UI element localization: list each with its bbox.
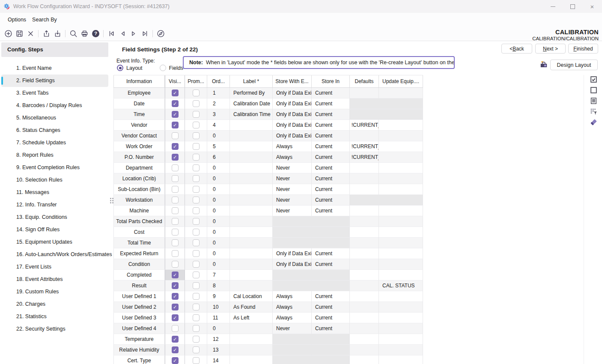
fields-radio[interactable] (160, 65, 166, 71)
prompt-checkbox-cell[interactable] (185, 291, 207, 302)
cell-defaults[interactable] (350, 216, 379, 227)
cell-update-equipment[interactable] (379, 313, 423, 323)
prompt-checkbox[interactable] (193, 336, 200, 343)
visible-checkbox[interactable]: ✓ (172, 282, 179, 289)
visible-checkbox-cell[interactable]: ✓ (165, 109, 185, 120)
cell-update-equipment[interactable] (379, 152, 423, 163)
visible-checkbox[interactable]: ✓ (172, 122, 179, 128)
cell-order[interactable]: 14 (207, 355, 230, 364)
cell-information[interactable]: Employee (113, 88, 165, 98)
cell-information[interactable]: Department (113, 163, 165, 173)
prompt-checkbox-cell[interactable] (185, 345, 207, 355)
cell-store-with[interactable]: Never (273, 173, 312, 184)
sidebar-item-step-17[interactable]: 17. Event Lists (1, 261, 108, 273)
prompt-checkbox[interactable] (193, 250, 200, 257)
previous-icon[interactable] (117, 28, 128, 39)
cell-label[interactable] (230, 173, 273, 184)
prompt-checkbox-cell[interactable] (185, 141, 207, 152)
cell-store-with[interactable]: Never (273, 206, 312, 216)
cell-label[interactable] (230, 227, 273, 238)
visible-checkbox[interactable]: ✓ (172, 357, 179, 364)
cell-store-in[interactable]: Current (312, 163, 350, 173)
cell-store-with[interactable] (273, 345, 312, 355)
cell-store-with[interactable] (273, 334, 312, 345)
cell-store-with[interactable]: Only if Data Exist (273, 120, 312, 131)
cell-information[interactable]: Vendor (113, 120, 165, 131)
cell-label[interactable] (230, 270, 273, 280)
visible-checkbox[interactable] (172, 229, 179, 236)
prompt-checkbox-cell[interactable] (185, 120, 207, 131)
cell-store-with[interactable] (273, 216, 312, 227)
design-layout-button[interactable]: Design Layout (550, 60, 598, 70)
cell-store-with[interactable]: Always (273, 141, 312, 152)
visible-checkbox-cell[interactable] (165, 216, 185, 227)
prompt-checkbox[interactable] (193, 261, 200, 268)
cell-store-with[interactable] (273, 355, 312, 364)
cell-store-in[interactable]: Current (312, 120, 350, 131)
cell-store-with[interactable]: Never (273, 184, 312, 195)
prompt-checkbox-cell[interactable] (185, 163, 207, 173)
cell-defaults[interactable]: !CURRENT_PO (350, 152, 379, 163)
visible-checkbox[interactable] (172, 164, 179, 171)
cell-information[interactable]: Location (Crib) (113, 173, 165, 184)
cell-order[interactable]: 0 (207, 248, 230, 259)
visible-checkbox-cell[interactable]: ✓ (165, 334, 185, 345)
cell-order[interactable]: 0 (207, 206, 230, 216)
cell-store-with[interactable]: Only if Data Exist (273, 88, 312, 98)
sidebar-item-step-4[interactable]: 4. Barcodes / Display Rules (1, 99, 108, 112)
visible-checkbox-cell[interactable] (165, 259, 185, 270)
cell-update-equipment[interactable] (379, 141, 423, 152)
visible-checkbox-cell[interactable]: ✓ (165, 98, 185, 109)
cell-label[interactable]: Calibration Time (230, 109, 273, 120)
close-button[interactable]: × (582, 0, 602, 13)
sidebar-item-step-20[interactable]: 20. Charges (1, 298, 108, 310)
prompt-checkbox[interactable] (193, 100, 200, 107)
cell-update-equipment[interactable] (379, 238, 423, 248)
prompt-checkbox[interactable] (193, 272, 200, 278)
cell-store-in[interactable]: Current (312, 184, 350, 195)
prompt-checkbox[interactable] (193, 218, 200, 225)
filter-grid-icon[interactable] (590, 107, 597, 115)
visible-checkbox-cell[interactable] (165, 248, 185, 259)
cell-information[interactable]: Cert. Type (113, 355, 165, 364)
cell-update-equipment[interactable] (379, 270, 423, 280)
cell-defaults[interactable] (350, 195, 379, 206)
cell-defaults[interactable] (350, 345, 379, 355)
cell-information[interactable]: Date (113, 98, 165, 109)
cell-information[interactable]: User Defined 1 (113, 291, 165, 302)
cell-defaults[interactable] (350, 98, 379, 109)
cell-store-in[interactable] (312, 238, 350, 248)
cell-store-in[interactable] (312, 280, 350, 291)
cell-store-in[interactable]: Current (312, 88, 350, 98)
visible-checkbox[interactable]: ✓ (172, 293, 179, 300)
prompt-checkbox[interactable] (193, 186, 200, 193)
column-header[interactable]: Information (113, 75, 165, 87)
prompt-checkbox[interactable] (193, 207, 200, 214)
visible-checkbox-cell[interactable] (165, 184, 185, 195)
cell-order[interactable]: 4 (207, 120, 230, 131)
sidebar-item-step-9[interactable]: 9. Event Completion Rules (1, 161, 108, 174)
sidebar-item-step-21[interactable]: 21. Statistics (1, 310, 108, 323)
cell-information[interactable]: Relative Humidity (113, 345, 165, 355)
cell-label[interactable] (230, 184, 273, 195)
add-icon[interactable] (3, 28, 14, 39)
sidebar-item-step-16[interactable]: 16. Auto-Launch/Work Orders/Estimates (1, 248, 108, 261)
menu-search-by[interactable]: Search By (29, 15, 60, 24)
uncheck-all-icon[interactable] (590, 86, 597, 94)
cell-defaults[interactable] (350, 109, 379, 120)
next-icon[interactable] (128, 28, 139, 39)
sidebar-item-step-15[interactable]: 15. Equipment Updates (1, 236, 108, 248)
cell-order[interactable]: 8 (207, 280, 230, 291)
visible-checkbox[interactable] (172, 132, 179, 139)
cell-defaults[interactable] (350, 184, 379, 195)
visible-checkbox-cell[interactable]: ✓ (165, 152, 185, 163)
cell-store-with[interactable] (273, 270, 312, 280)
prompt-checkbox-cell[interactable] (185, 216, 207, 227)
prompt-checkbox[interactable] (193, 346, 200, 353)
prompt-checkbox[interactable] (193, 282, 200, 289)
cell-defaults[interactable] (350, 248, 379, 259)
visible-checkbox[interactable] (172, 325, 179, 332)
cell-information[interactable]: P.O. Number (113, 152, 165, 163)
cell-label[interactable] (230, 355, 273, 364)
cell-defaults[interactable] (350, 334, 379, 345)
